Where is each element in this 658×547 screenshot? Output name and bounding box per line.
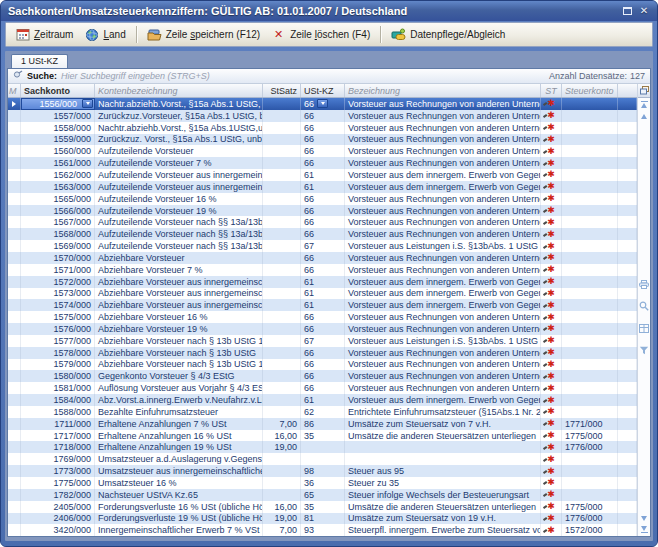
table-row[interactable]: 1572/000Abziehbare Vorsteuer aus innerge… <box>8 276 637 288</box>
search-bar: Suche: Hier Suchbegriff eingeben (STRG+S… <box>8 69 650 84</box>
row-marker-cell <box>8 193 21 205</box>
scroll-bottom-button[interactable] <box>638 524 650 536</box>
table-row[interactable]: 1580/000Gegenkonto Vorsteuer § 4/3 EStG6… <box>8 370 637 382</box>
table-row[interactable]: 1576/000Abziehbare Vorsteuer 19 %66Vorst… <box>8 323 637 335</box>
column-chooser-icon[interactable] <box>638 84 650 98</box>
row-marker-cell <box>8 335 21 347</box>
zeitraum-button[interactable]: Zeitraum <box>10 26 78 44</box>
kontenbezeichnung-cell: Aufzuteilende Vorsteuer <box>95 145 263 157</box>
table-row[interactable]: 1718/000Erhaltene Anzahlungen 19 % USt19… <box>8 441 637 453</box>
table-row[interactable]: 1588/000Bezahlte Einfuhrumsatzsteuer62En… <box>8 406 637 418</box>
table-row[interactable]: 1558/000Nachtr.abziehb.Vorst., §15a Abs.… <box>8 122 637 134</box>
column-header-ust-kz[interactable]: USt-KZ <box>301 84 345 97</box>
table-row[interactable]: 1556/000Nachtr.abziehb.Vorst., §15a Abs.… <box>8 98 637 110</box>
grid-view-icon[interactable] <box>639 319 649 337</box>
kontenbezeichnung-cell: Zurückzuz. Vorst., §15a Abs.1 UStG, unbe… <box>95 134 263 146</box>
table-row[interactable]: 1711/000Erhaltene Anzahlungen 7 % USt7,0… <box>8 418 637 430</box>
column-header-steuerkonto[interactable]: Steuerkonto <box>562 84 618 97</box>
sachkonto-cell: 1572/000 <box>21 276 95 288</box>
tax-key-icon <box>547 147 555 156</box>
column-header-stsatz[interactable]: StSatz <box>263 84 301 97</box>
tab-ust-kz[interactable]: 1 USt-KZ <box>11 54 68 68</box>
table-row[interactable]: 1579/000Abziehbare Vorsteuer nach § 13b … <box>8 359 637 371</box>
ust-kz-dropdown-button[interactable] <box>317 99 328 108</box>
row-marker-cell <box>8 359 21 371</box>
steuerkonto-cell <box>562 276 618 288</box>
st-cell <box>541 453 562 465</box>
table-row[interactable]: 1565/000Aufzuteilende Vorsteuer 16 %66Vo… <box>8 193 637 205</box>
table-row[interactable]: 1584/000Abz.Vorst.a.innerg.Erwerb v.Neuf… <box>8 394 637 406</box>
table-row[interactable]: 1782/000Nachsteuer UStVA Kz.6565Steuer i… <box>8 489 637 501</box>
stsatz-cell <box>263 359 301 371</box>
table-row[interactable]: 1570/000Abziehbare Vorsteuer66Vorsteuer … <box>8 252 637 264</box>
table-row[interactable]: 1569/000Aufzuteilende Vorsteuer nach §§ … <box>8 240 637 252</box>
bezeichnung-cell: Vorsteuer aus Rechnungen von anderen Unt… <box>345 110 541 122</box>
content-panel: Suche: Hier Suchbegriff eingeben (STRG+S… <box>7 68 651 537</box>
table-row[interactable]: 1567/000Aufzuteilende Vorsteuer nach §§ … <box>8 216 637 228</box>
column-header-bezeichnung[interactable]: Bezeichnung <box>345 84 541 97</box>
tax-key-icon <box>547 99 555 108</box>
table-row[interactable]: 1566/000Aufzuteilende Vorsteuer 19 %66Vo… <box>8 205 637 217</box>
land-button[interactable]: Land <box>79 26 130 44</box>
stsatz-cell <box>263 228 301 240</box>
row-marker-cell <box>8 394 21 406</box>
zoom-icon[interactable] <box>639 297 649 315</box>
table-row[interactable]: 2406/000Forderungsverluste 19 % USt (übl… <box>8 513 637 525</box>
column-header-marker[interactable]: M <box>8 84 21 97</box>
table-row[interactable]: 1568/000Aufzuteilende Vorsteuer nach §§ … <box>8 228 637 240</box>
st-cell <box>541 418 562 430</box>
stsatz-cell <box>263 406 301 418</box>
column-header-sachkonto[interactable]: Sachkonto <box>21 84 95 97</box>
table-row[interactable]: 2405/000Forderungsverluste 16 % USt (übl… <box>8 501 637 513</box>
column-header-st[interactable]: ST <box>541 84 562 97</box>
table-row[interactable]: 1773/000Umsatzsteuer aus innergemeinscha… <box>8 465 637 477</box>
table-row[interactable]: 3420/000Innergemeinschaftlicher Erwerb 7… <box>8 524 637 536</box>
table-row[interactable]: 1557/000Zurückzuz.Vorsteuer, §15a Abs.1 … <box>8 110 637 122</box>
tax-key-icon <box>547 111 555 120</box>
filler-cell <box>618 193 637 205</box>
table-row[interactable]: 1578/000Abziehbare Vorsteuer nach § 13b … <box>8 347 637 359</box>
table-row[interactable]: 1571/000Abziehbare Vorsteuer 7 %66Vorste… <box>8 264 637 276</box>
table-row[interactable]: 1577/000Abziehbare Vorsteuer nach § 13b … <box>8 335 637 347</box>
scroll-up-button[interactable] <box>638 110 650 122</box>
kontenbezeichnung-cell: Abziehbare Vorsteuer aus innergemeinscha… <box>95 299 263 311</box>
zeile-loeschen-button[interactable]: ✕ Zeile löschen (F4) <box>266 26 375 44</box>
print-icon[interactable] <box>639 275 649 293</box>
ust-kz-cell: 67 <box>301 240 345 252</box>
sachkonto-cell: 1556/000 <box>21 98 95 110</box>
datenpflege-button[interactable]: Datenpflege/Abgleich <box>386 26 510 44</box>
title-bar[interactable]: Sachkonten/Umsatzsteuerkennziffern: GÜLT… <box>1 1 657 21</box>
table-row[interactable]: 1559/000Zurückzuz. Vorst., §15a Abs.1 US… <box>8 134 637 146</box>
table-row[interactable]: 1562/000Aufzuteilende Vorsteuer aus inne… <box>8 169 637 181</box>
sachkonto-cell: 2405/000 <box>21 501 95 513</box>
table-row[interactable]: 1717/000Erhaltene Anzahlungen 16 % USt16… <box>8 430 637 442</box>
table-row[interactable]: 1775/000Umsatzsteuer 16 %36Steuer zu 35 <box>8 477 637 489</box>
table-row[interactable]: 1581/000Auflösung Vorsteuer aus Vorjahr … <box>8 382 637 394</box>
table-row[interactable]: 1563/000Aufzuteilende Vorsteuer aus inne… <box>8 181 637 193</box>
restore-button[interactable] <box>620 5 634 18</box>
sachkonto-cell: 1773/000 <box>21 465 95 477</box>
kontenbezeichnung-cell: Abziehbare Vorsteuer aus innergemeinscha… <box>95 288 263 300</box>
search-input[interactable]: Hier Suchbegriff eingeben (STRG+S) <box>61 71 545 81</box>
filler-cell <box>618 465 637 477</box>
scroll-down-button[interactable] <box>638 512 650 524</box>
bezeichnung-cell: Vorsteuer aus dem innergem. Erwerb von G… <box>345 169 541 181</box>
close-button[interactable]: ✕ <box>637 5 651 18</box>
table-row[interactable]: 1573/000Abziehbare Vorsteuer aus innerge… <box>8 288 637 300</box>
scroll-top-button[interactable] <box>638 98 650 110</box>
table-row[interactable]: 1574/000Abziehbare Vorsteuer aus innerge… <box>8 299 637 311</box>
stsatz-cell <box>263 382 301 394</box>
table-row[interactable]: 1560/000Aufzuteilende Vorsteuer66Vorsteu… <box>8 145 637 157</box>
kontenbezeichnung-cell: Abziehbare Vorsteuer aus innergemeinscha… <box>95 276 263 288</box>
table-row[interactable]: 1769/000Umsatzsteuer a.d.Auslagerung v.G… <box>8 453 637 465</box>
zeile-speichern-button[interactable]: Zeile speichern (F12) <box>142 26 265 44</box>
table-row[interactable]: 1561/000Aufzuteilende Vorsteuer 7 %66Vor… <box>8 157 637 169</box>
filter-icon[interactable] <box>639 341 649 359</box>
sachkonto-dropdown-button[interactable] <box>82 99 93 108</box>
tab-strip: 1 USt-KZ <box>7 51 651 68</box>
steuerkonto-cell <box>562 382 618 394</box>
ust-kz-cell: 66 <box>301 359 345 371</box>
table-row[interactable]: 1575/000Abziehbare Vorsteuer 16 %66Vorst… <box>8 311 637 323</box>
column-header-kontenbezeichnung[interactable]: Kontenbezeichnung <box>95 84 263 97</box>
selected-row-marker-icon <box>12 101 16 107</box>
